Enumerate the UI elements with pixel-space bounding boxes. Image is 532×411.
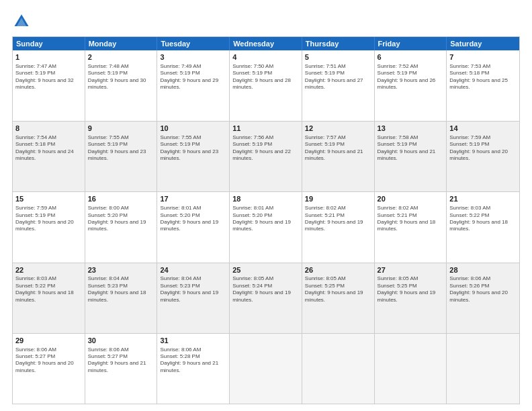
day-cell-3: 3Sunrise: 7:49 AMSunset: 5:19 PMDaylight…	[157, 50, 230, 121]
day-number: 5	[305, 52, 371, 62]
header-day-wednesday: Wednesday	[230, 37, 302, 50]
day-cell-16: 16Sunrise: 8:00 AMSunset: 5:20 PMDayligh…	[85, 192, 158, 262]
day-cell-28: 28Sunrise: 8:06 AMSunset: 5:26 PMDayligh…	[447, 263, 519, 333]
day-cell-24: 24Sunrise: 8:04 AMSunset: 5:23 PMDayligh…	[157, 263, 230, 333]
day-info: Sunrise: 7:56 AMSunset: 5:19 PMDaylight:…	[232, 134, 299, 163]
day-cell-10: 10Sunrise: 7:55 AMSunset: 5:19 PMDayligh…	[157, 122, 230, 191]
day-info: Sunrise: 7:57 AMSunset: 5:19 PMDaylight:…	[305, 134, 371, 163]
day-number: 23	[88, 265, 154, 275]
day-number: 26	[305, 265, 371, 275]
day-number: 8	[15, 124, 82, 134]
day-cell-8: 8Sunrise: 7:54 AMSunset: 5:18 PMDaylight…	[13, 122, 85, 191]
calendar-body: 1Sunrise: 7:47 AMSunset: 5:19 PMDaylight…	[13, 50, 519, 404]
day-info: Sunrise: 7:47 AMSunset: 5:19 PMDaylight:…	[15, 63, 82, 91]
day-cell-2: 2Sunrise: 7:48 AMSunset: 5:19 PMDaylight…	[85, 50, 158, 121]
day-cell-12: 12Sunrise: 7:57 AMSunset: 5:19 PMDayligh…	[302, 122, 375, 191]
day-number: 9	[88, 124, 154, 134]
day-info: Sunrise: 7:59 AMSunset: 5:19 PMDaylight:…	[15, 205, 82, 233]
day-number: 10	[160, 124, 226, 134]
day-info: Sunrise: 7:51 AMSunset: 5:19 PMDaylight:…	[305, 63, 371, 91]
day-info: Sunrise: 8:06 AMSunset: 5:27 PMDaylight:…	[88, 347, 154, 375]
day-cell-23: 23Sunrise: 8:04 AMSunset: 5:23 PMDayligh…	[85, 263, 158, 333]
day-cell-4: 4Sunrise: 7:50 AMSunset: 5:19 PMDaylight…	[230, 50, 302, 121]
day-number: 17	[160, 194, 226, 204]
day-info: Sunrise: 7:53 AMSunset: 5:18 PMDaylight:…	[449, 63, 517, 91]
day-cell-17: 17Sunrise: 8:01 AMSunset: 5:20 PMDayligh…	[157, 192, 230, 262]
day-info: Sunrise: 8:04 AMSunset: 5:23 PMDaylight:…	[160, 275, 226, 304]
day-info: Sunrise: 8:05 AMSunset: 5:24 PMDaylight:…	[232, 275, 299, 304]
day-number: 27	[378, 265, 444, 275]
calendar-row-4: 22Sunrise: 8:03 AMSunset: 5:22 PMDayligh…	[13, 263, 519, 333]
calendar-header: SundayMondayTuesdayWednesdayThursdayFrid…	[13, 37, 519, 50]
day-cell-21: 21Sunrise: 8:03 AMSunset: 5:22 PMDayligh…	[447, 192, 519, 262]
day-info: Sunrise: 7:52 AMSunset: 5:19 PMDaylight:…	[378, 63, 444, 91]
day-number: 31	[160, 336, 226, 346]
day-cell-20: 20Sunrise: 8:02 AMSunset: 5:21 PMDayligh…	[375, 192, 447, 262]
day-info: Sunrise: 8:01 AMSunset: 5:20 PMDaylight:…	[160, 205, 226, 233]
day-cell-13: 13Sunrise: 7:58 AMSunset: 5:19 PMDayligh…	[375, 122, 447, 191]
day-number: 28	[449, 265, 517, 275]
empty-cell	[230, 334, 302, 404]
day-number: 3	[160, 52, 226, 62]
day-number: 25	[232, 265, 299, 275]
day-cell-30: 30Sunrise: 8:06 AMSunset: 5:27 PMDayligh…	[85, 334, 158, 404]
day-number: 6	[378, 52, 444, 62]
day-number: 22	[15, 265, 82, 275]
day-info: Sunrise: 8:02 AMSunset: 5:21 PMDaylight:…	[305, 205, 371, 233]
day-cell-18: 18Sunrise: 8:01 AMSunset: 5:20 PMDayligh…	[230, 192, 302, 262]
day-number: 13	[378, 124, 444, 134]
day-cell-22: 22Sunrise: 8:03 AMSunset: 5:22 PMDayligh…	[13, 263, 85, 333]
calendar-row-1: 1Sunrise: 7:47 AMSunset: 5:19 PMDaylight…	[13, 50, 519, 121]
day-cell-9: 9Sunrise: 7:55 AMSunset: 5:19 PMDaylight…	[85, 122, 158, 191]
day-cell-1: 1Sunrise: 7:47 AMSunset: 5:19 PMDaylight…	[13, 50, 85, 121]
day-info: Sunrise: 8:06 AMSunset: 5:27 PMDaylight:…	[15, 347, 82, 375]
header-day-saturday: Saturday	[447, 37, 519, 50]
day-number: 24	[160, 265, 226, 275]
day-number: 15	[15, 194, 82, 204]
calendar: SundayMondayTuesdayWednesdayThursdayFrid…	[12, 36, 520, 404]
day-cell-25: 25Sunrise: 8:05 AMSunset: 5:24 PMDayligh…	[230, 263, 302, 333]
day-info: Sunrise: 8:03 AMSunset: 5:22 PMDaylight:…	[449, 205, 517, 233]
day-cell-19: 19Sunrise: 8:02 AMSunset: 5:21 PMDayligh…	[302, 192, 375, 262]
logo-icon	[12, 12, 31, 31]
day-cell-5: 5Sunrise: 7:51 AMSunset: 5:19 PMDaylight…	[302, 50, 375, 121]
logo	[12, 12, 34, 31]
day-info: Sunrise: 7:58 AMSunset: 5:19 PMDaylight:…	[378, 134, 444, 163]
day-number: 1	[15, 52, 82, 62]
day-info: Sunrise: 7:59 AMSunset: 5:19 PMDaylight:…	[449, 134, 517, 163]
day-info: Sunrise: 8:04 AMSunset: 5:23 PMDaylight:…	[88, 275, 154, 304]
day-cell-26: 26Sunrise: 8:05 AMSunset: 5:25 PMDayligh…	[302, 263, 375, 333]
day-number: 30	[88, 336, 154, 346]
header-day-friday: Friday	[375, 37, 447, 50]
day-cell-11: 11Sunrise: 7:56 AMSunset: 5:19 PMDayligh…	[230, 122, 302, 191]
calendar-row-3: 15Sunrise: 7:59 AMSunset: 5:19 PMDayligh…	[13, 191, 519, 262]
day-info: Sunrise: 8:05 AMSunset: 5:25 PMDaylight:…	[378, 275, 444, 304]
day-info: Sunrise: 8:00 AMSunset: 5:20 PMDaylight:…	[88, 205, 154, 233]
day-info: Sunrise: 8:06 AMSunset: 5:26 PMDaylight:…	[449, 275, 517, 304]
day-info: Sunrise: 7:55 AMSunset: 5:19 PMDaylight:…	[160, 134, 226, 163]
day-info: Sunrise: 7:48 AMSunset: 5:19 PMDaylight:…	[88, 63, 154, 91]
empty-cell	[302, 334, 375, 404]
day-number: 29	[15, 336, 82, 346]
day-number: 21	[449, 194, 517, 204]
day-info: Sunrise: 7:54 AMSunset: 5:18 PMDaylight:…	[15, 134, 82, 163]
calendar-row-2: 8Sunrise: 7:54 AMSunset: 5:18 PMDaylight…	[13, 121, 519, 191]
day-cell-27: 27Sunrise: 8:05 AMSunset: 5:25 PMDayligh…	[375, 263, 447, 333]
day-info: Sunrise: 8:03 AMSunset: 5:22 PMDaylight:…	[15, 275, 82, 304]
calendar-row-5: 29Sunrise: 8:06 AMSunset: 5:27 PMDayligh…	[13, 333, 519, 404]
day-number: 7	[449, 52, 517, 62]
day-info: Sunrise: 8:05 AMSunset: 5:25 PMDaylight:…	[305, 275, 371, 304]
header-day-monday: Monday	[85, 37, 158, 50]
day-info: Sunrise: 7:55 AMSunset: 5:19 PMDaylight:…	[88, 134, 154, 163]
header	[12, 12, 520, 31]
day-number: 12	[305, 124, 371, 134]
day-number: 4	[232, 52, 299, 62]
header-day-thursday: Thursday	[302, 37, 375, 50]
day-number: 20	[378, 194, 444, 204]
day-cell-15: 15Sunrise: 7:59 AMSunset: 5:19 PMDayligh…	[13, 192, 85, 262]
day-number: 19	[305, 194, 371, 204]
day-cell-31: 31Sunrise: 8:06 AMSunset: 5:28 PMDayligh…	[157, 334, 230, 404]
day-cell-14: 14Sunrise: 7:59 AMSunset: 5:19 PMDayligh…	[447, 122, 519, 191]
header-day-tuesday: Tuesday	[157, 37, 230, 50]
day-number: 11	[232, 124, 299, 134]
